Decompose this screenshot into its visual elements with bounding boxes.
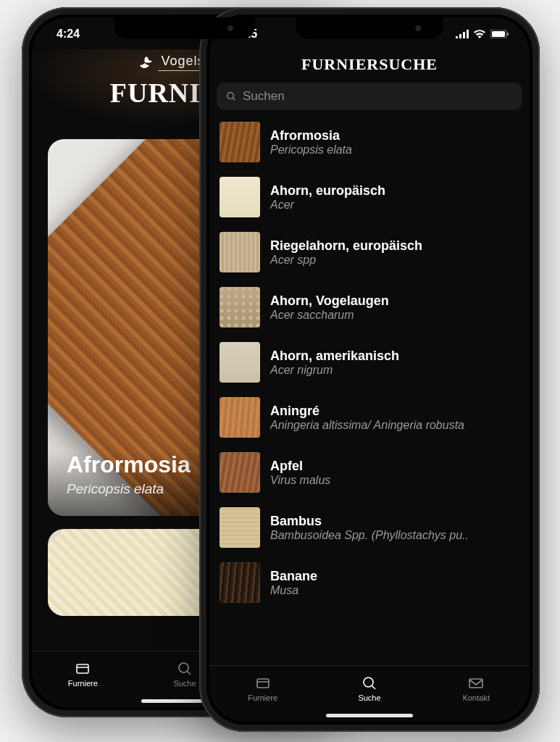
veneer-latin: Aningeria altissima/ Aningeria robusta [270,419,464,432]
veneer-latin: Musa [270,584,317,597]
page-title: FURNIERSUCHE [209,55,530,74]
tab-kontakt-label: Kontakt [463,693,490,702]
veneer-swatch [220,397,260,438]
stack-icon [254,675,272,692]
list-item[interactable]: BambusBambusoidea Spp. (Phyllostachys pu… [209,500,530,555]
list-item[interactable]: Ahorn, VogelaugenAcer saccharum [209,280,530,335]
mail-icon [467,675,485,692]
veneer-swatch [220,177,260,217]
tab-kontakt[interactable]: Kontakt [423,666,530,710]
veneer-latin: Pericopsis elata [270,143,352,157]
search-field[interactable] [217,83,522,110]
svg-rect-10 [257,679,269,688]
veneer-name: Banane [270,569,317,584]
bird-icon [138,56,154,69]
page-header: FURNIERSUCHE [209,49,530,83]
veneer-latin: Bambusoidea Spp. (Phyllostachys pu.. [270,529,469,542]
list-item-text: AningréAningeria altissima/ Aningeria ro… [270,404,464,432]
list-item[interactable]: Ahorn, amerikanischAcer nigrum [209,335,530,390]
svg-rect-8 [507,33,509,36]
list-item[interactable]: AfrormosiaPericopsis elata [209,114,530,170]
veneer-swatch [220,122,260,162]
search-icon [175,660,194,678]
list-item-text: AfrormosiaPericopsis elata [270,128,352,157]
tab-furniere-label: Furniere [248,693,277,702]
veneer-swatch [220,507,260,548]
veneer-name: Ahorn, Vogelaugen [270,293,389,309]
list-item-text: Ahorn, VogelaugenAcer saccharum [270,293,389,322]
tab-suche[interactable]: Suche [316,666,422,710]
tab-suche-label: Suche [173,679,196,688]
home-indicator [326,714,413,717]
veneer-name: Ahorn, europäisch [270,183,385,199]
list-item-text: Ahorn, amerikanischAcer nigrum [270,349,399,377]
veneer-swatch [220,287,260,328]
veneer-name: Afrormosia [270,128,352,143]
list-item[interactable]: ApfelVirus malus [209,445,530,500]
wifi-icon [473,30,486,38]
veneer-swatch [220,452,260,493]
tab-bar: Furniere Suche Kontakt [209,665,530,722]
veneer-name: Bambus [270,514,469,529]
search-icon [225,91,237,102]
svg-point-11 [364,678,373,687]
veneer-name: Aningré [270,404,464,419]
svg-point-9 [227,93,234,99]
veneer-swatch [220,232,260,272]
svg-rect-12 [469,679,482,688]
veneer-swatch [220,342,260,383]
status-time: 4:24 [57,26,80,41]
veneer-name: Apfel [270,459,330,474]
search-icon [360,675,379,692]
notch [296,17,443,39]
svg-rect-7 [492,31,505,37]
stack-icon [73,660,92,678]
veneer-name: Ahorn, amerikanisch [270,349,399,364]
list-item-text: Riegelahorn, europäischAcer spp [270,238,422,267]
tab-furniere-label: Furniere [68,679,98,688]
tab-suche-label: Suche [358,693,380,702]
list-item[interactable]: BananeMusa [209,555,530,610]
tab-furniere[interactable]: Furniere [209,666,316,710]
list-item-text: BambusBambusoidea Spp. (Phyllostachys pu… [270,514,469,542]
svg-rect-3 [77,664,88,673]
veneer-swatch [220,562,260,603]
svg-point-4 [179,663,188,672]
list-item-text: Ahorn, europäischAcer [270,183,385,212]
veneer-latin: Acer spp [270,254,422,267]
veneer-latin: Acer nigrum [270,364,399,377]
list-item-text: BananeMusa [270,569,317,597]
battery-icon [490,30,509,38]
search-input[interactable] [243,89,514,104]
list-item[interactable]: AningréAningeria altissima/ Aningeria ro… [209,390,530,445]
status-icons [456,28,509,38]
veneer-name: Riegelahorn, europäisch [270,238,422,254]
cell-signal-icon [456,30,469,38]
notch [114,17,255,39]
list-item-text: ApfelVirus malus [270,459,330,487]
veneer-latin: Acer saccharum [270,309,389,322]
veneer-latin: Virus malus [270,474,330,487]
list-item[interactable]: Ahorn, europäischAcer [209,170,530,225]
list-item[interactable]: Riegelahorn, europäischAcer spp [209,225,530,280]
tab-furniere[interactable]: Furniere [32,651,134,696]
phone-right: 4:25 FURNIERSUCHE AfrormosiaPericopsis e… [199,7,540,732]
veneer-list: AfrormosiaPericopsis elataAhorn, europäi… [209,114,530,610]
veneer-latin: Acer [270,199,385,212]
